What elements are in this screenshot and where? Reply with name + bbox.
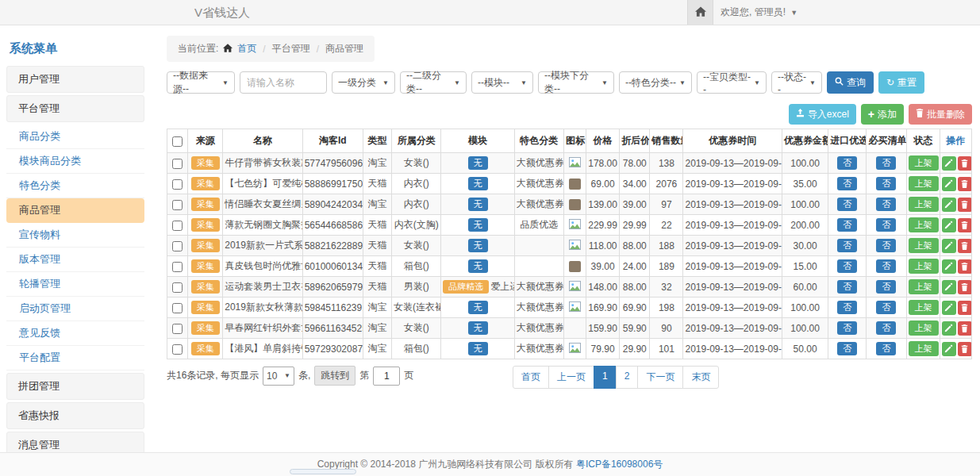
sidebar-item-user-mgmt[interactable]: 用户管理: [6, 66, 144, 93]
edit-button[interactable]: [942, 177, 956, 191]
must-buy-toggle[interactable]: 否: [876, 301, 896, 314]
row-checkbox[interactable]: [172, 344, 183, 355]
row-checkbox[interactable]: [172, 241, 183, 251]
import-select-toggle[interactable]: 否: [837, 342, 857, 355]
sidebar-item-carousel-mgmt[interactable]: 轮播管理: [6, 272, 144, 297]
delete-button[interactable]: [958, 239, 972, 253]
row-checkbox[interactable]: [172, 159, 183, 169]
import-select-toggle[interactable]: 否: [837, 301, 857, 314]
edit-button[interactable]: [942, 321, 956, 336]
filter-input-product-name[interactable]: [240, 71, 327, 94]
edit-button[interactable]: [942, 280, 956, 294]
sidebar-item-module-goods-category[interactable]: 模块商品分类: [6, 149, 144, 174]
status-on-shelf-button[interactable]: 上架: [909, 341, 939, 355]
must-buy-toggle[interactable]: 否: [876, 259, 896, 273]
horizontal-scrollbar-thumb[interactable]: [290, 469, 356, 474]
row-checkbox[interactable]: [172, 324, 183, 334]
pager-page-2[interactable]: 2: [616, 366, 639, 389]
sidebar-item-version-mgmt[interactable]: 版本管理: [6, 248, 144, 272]
edit-button[interactable]: [942, 301, 956, 315]
status-on-shelf-button[interactable]: 上架: [909, 238, 939, 252]
page-number-input[interactable]: [373, 367, 400, 386]
delete-button[interactable]: [958, 259, 972, 274]
filter-select-item-type[interactable]: --宝贝类型--▼: [697, 71, 767, 94]
per-page-select[interactable]: 10 ▼: [263, 367, 294, 386]
import-select-toggle[interactable]: 否: [837, 239, 857, 252]
status-on-shelf-button[interactable]: 上架: [909, 279, 939, 294]
home-button[interactable]: [687, 0, 713, 25]
pager-page-1[interactable]: 1: [594, 366, 617, 389]
import-select-toggle[interactable]: 否: [837, 198, 857, 211]
sidebar-item-promo-material[interactable]: 宣传物料: [6, 223, 144, 248]
import-select-toggle[interactable]: 否: [837, 259, 857, 273]
delete-button[interactable]: [958, 198, 972, 212]
bulk-delete-button[interactable]: 批量删除: [909, 104, 972, 125]
row-checkbox[interactable]: [172, 262, 183, 272]
pager-last[interactable]: 末页: [682, 366, 719, 389]
reset-button[interactable]: ↻ 重置: [878, 71, 924, 94]
filter-select-module[interactable]: --模块--▼: [471, 71, 533, 94]
sidebar-item-feedback[interactable]: 意见反馈: [6, 321, 144, 346]
must-buy-toggle[interactable]: 否: [876, 156, 896, 170]
sidebar-item-platform-config[interactable]: 平台配置: [6, 346, 144, 370]
status-on-shelf-button[interactable]: 上架: [909, 197, 939, 211]
filter-select-level1-category[interactable]: 一级分类▼: [332, 71, 395, 94]
breadcrumb-home-link[interactable]: 首页: [237, 42, 256, 56]
must-buy-toggle[interactable]: 否: [876, 321, 896, 335]
sidebar-item-goods-mgmt[interactable]: 商品管理: [6, 198, 144, 223]
import-select-toggle[interactable]: 否: [837, 280, 857, 294]
pager-first[interactable]: 首页: [513, 366, 549, 389]
import-select-toggle[interactable]: 否: [837, 177, 857, 190]
pager-prev[interactable]: 上一页: [548, 366, 594, 389]
sidebar-item-splash-mgmt[interactable]: 启动页管理: [6, 297, 144, 321]
import-select-toggle[interactable]: 否: [837, 321, 857, 335]
import-select-toggle[interactable]: 否: [837, 218, 857, 232]
delete-button[interactable]: [958, 321, 972, 336]
must-buy-toggle[interactable]: 否: [876, 198, 896, 211]
import-select-toggle[interactable]: 否: [837, 156, 857, 170]
icp-link[interactable]: 粤ICP备16098006号: [576, 459, 663, 470]
edit-button[interactable]: [942, 342, 956, 356]
must-buy-toggle[interactable]: 否: [876, 239, 896, 252]
filter-select-level2-category[interactable]: --二级分类--▼: [400, 71, 467, 94]
edit-button[interactable]: [942, 198, 956, 212]
must-buy-toggle[interactable]: 否: [876, 177, 896, 190]
row-checkbox[interactable]: [172, 179, 183, 190]
delete-button[interactable]: [958, 280, 972, 294]
status-on-shelf-button[interactable]: 上架: [909, 217, 939, 232]
import-excel-button[interactable]: 导入excel: [789, 104, 856, 125]
row-checkbox[interactable]: [172, 221, 183, 231]
must-buy-toggle[interactable]: 否: [876, 280, 896, 294]
jump-button[interactable]: 跳转到: [314, 366, 355, 386]
must-buy-toggle[interactable]: 否: [876, 218, 896, 232]
filter-select-feature-category[interactable]: --特色分类--▼: [619, 71, 692, 94]
must-buy-toggle[interactable]: 否: [876, 342, 896, 355]
edit-button[interactable]: [942, 239, 956, 253]
add-button[interactable]: + 添加: [861, 104, 904, 125]
sidebar-item-feature-category[interactable]: 特色分类: [6, 174, 144, 198]
status-on-shelf-button[interactable]: 上架: [909, 155, 939, 170]
delete-button[interactable]: [958, 156, 972, 171]
status-on-shelf-button[interactable]: 上架: [909, 176, 939, 190]
delete-button[interactable]: [958, 342, 972, 356]
edit-button[interactable]: [942, 259, 956, 274]
row-checkbox[interactable]: [172, 282, 183, 293]
status-on-shelf-button[interactable]: 上架: [909, 300, 939, 314]
select-all-checkbox[interactable]: [172, 136, 183, 147]
filter-select-module-sub-category[interactable]: --模块下分类--▼: [538, 71, 614, 94]
query-button[interactable]: 查询: [827, 71, 874, 94]
delete-button[interactable]: [958, 301, 972, 315]
delete-button[interactable]: [958, 218, 972, 232]
pager-next[interactable]: 下一页: [637, 366, 683, 389]
status-on-shelf-button[interactable]: 上架: [909, 321, 939, 335]
row-checkbox[interactable]: [172, 200, 183, 210]
sidebar-item-group-buy-mgmt[interactable]: 拼团管理: [6, 373, 144, 400]
sidebar-item-saving-news[interactable]: 省惠快报: [6, 402, 144, 429]
delete-button[interactable]: [958, 177, 972, 191]
edit-button[interactable]: [942, 156, 956, 171]
user-menu[interactable]: 欢迎您, 管理员! ▼: [721, 0, 797, 25]
status-on-shelf-button[interactable]: 上架: [909, 259, 939, 273]
sidebar-item-platform-mgmt[interactable]: 平台管理: [6, 95, 144, 122]
filter-select-status[interactable]: --状态--▼: [771, 71, 822, 94]
edit-button[interactable]: [942, 218, 956, 232]
